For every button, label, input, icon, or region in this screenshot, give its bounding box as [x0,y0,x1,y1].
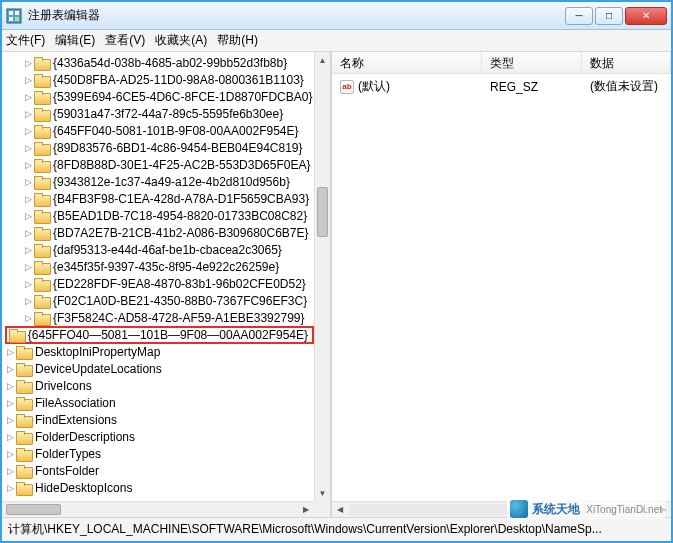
tree-item[interactable]: ▷{F3F5824C-AD58-4728-AF59-A1EBE3392799} [4,309,314,326]
titlebar: 注册表编辑器 ─ □ ✕ [2,2,671,30]
column-data[interactable]: 数据 [582,52,671,73]
tree-item[interactable]: ▷HideDesktopIcons [4,479,314,496]
statusbar: 计算机\HKEY_LOCAL_MACHINE\SOFTWARE\Microsof… [2,517,671,541]
tree-expander-icon[interactable]: ▷ [22,313,34,323]
menu-file[interactable]: 文件(F) [6,32,45,49]
registry-tree[interactable]: ▷{4336a54d-038b-4685-ab02-99bb52d3fb8b}▷… [2,52,314,498]
menu-favorites[interactable]: 收藏夹(A) [155,32,207,49]
tree-item-label: FolderTypes [35,447,101,461]
tree-expander-icon[interactable]: ▷ [22,262,34,272]
menu-help[interactable]: 帮助(H) [217,32,258,49]
tree-item-label: DesktopIniPropertyMap [35,345,160,359]
folder-icon [34,142,49,154]
folder-icon [16,482,31,494]
scroll-left-icon[interactable]: ◀ [332,502,348,517]
tree-expander-icon[interactable]: ▷ [22,228,34,238]
tree-expander-icon[interactable]: ▷ [4,381,16,391]
tree-item[interactable]: ▷{BD7A2E7B-21CB-41b2-A086-B309680C6B7E} [4,224,314,241]
tree-expander-icon[interactable]: ▷ [22,296,34,306]
tree-item[interactable]: ▷DeviceUpdateLocations [4,360,314,377]
tree-scrollbar-vertical[interactable]: ▲ ▼ [314,52,330,501]
tree-item[interactable]: ▷{ED228FDF-9EA8-4870-83b1-96b02CFE0D52} [4,275,314,292]
tree-item[interactable]: {645FFO40—5081—101B—9F08—00AA002F954E} [4,326,314,343]
scroll-corner [314,501,330,517]
tree-item[interactable]: ▷{4336a54d-038b-4685-ab02-99bb52d3fb8b} [4,54,314,71]
tree-item-label: {ED228FDF-9EA8-4870-83b1-96b02CFE0D52} [53,277,306,291]
tree-item[interactable]: ▷{450D8FBA-AD25-11D0-98A8-0800361B1103} [4,71,314,88]
column-name[interactable]: 名称 [332,52,482,73]
tree-expander-icon[interactable]: ▷ [4,347,16,357]
scroll-thumb-horizontal[interactable] [6,504,61,515]
menu-edit[interactable]: 编辑(E) [55,32,95,49]
tree-scrollbar-horizontal[interactable]: ◀ ▶ [2,501,314,517]
menubar: 文件(F) 编辑(E) 查看(V) 收藏夹(A) 帮助(H) [2,30,671,52]
minimize-button[interactable]: ─ [565,7,593,25]
tree-item-label: DeviceUpdateLocations [35,362,162,376]
tree-expander-icon[interactable]: ▷ [22,75,34,85]
maximize-button[interactable]: □ [595,7,623,25]
tree-item-label: {B4FB3F98-C1EA-428d-A78A-D1F5659CBA93} [53,192,309,206]
tree-expander-icon[interactable]: ▷ [22,126,34,136]
folder-icon [16,465,31,477]
tree-item[interactable]: ▷{e345f35f-9397-435c-8f95-4e922c26259e} [4,258,314,275]
tree-item[interactable]: ▷{5399E694-6CE5-4D6C-8FCE-1D8870FDCBA0} [4,88,314,105]
value-data: (数值未设置) [582,76,671,97]
tree-item-label: FindExtensions [35,413,117,427]
tree-item[interactable]: ▷{8FD8B88D-30E1-4F25-AC2B-553D3D65F0EA} [4,156,314,173]
tree-item[interactable]: ▷FolderDescriptions [4,428,314,445]
tree-expander-icon[interactable]: ▷ [22,109,34,119]
tree-expander-icon[interactable]: ▷ [22,194,34,204]
watermark-text-cn: 系统天地 [532,501,580,518]
tree-expander-icon[interactable]: ▷ [22,58,34,68]
folder-icon [34,74,49,86]
list-body[interactable]: ab(默认)REG_SZ(数值未设置) [332,74,671,99]
scroll-up-icon[interactable]: ▲ [315,52,330,68]
tree-item[interactable]: ▷FindExtensions [4,411,314,428]
status-path: 计算机\HKEY_LOCAL_MACHINE\SOFTWARE\Microsof… [8,521,602,538]
folder-icon [34,159,49,171]
scroll-thumb-vertical[interactable] [317,187,328,237]
tree-expander-icon[interactable]: ▷ [22,143,34,153]
tree-expander-icon[interactable]: ▷ [22,92,34,102]
tree-item-label: {645FFO40—5081—101B—9F08—00AA002F954E} [28,328,308,342]
tree-item[interactable]: ▷FontsFolder [4,462,314,479]
tree-expander-icon[interactable]: ▷ [22,245,34,255]
tree-item[interactable]: ▷{59031a47-3f72-44a7-89c5-5595fe6b30ee} [4,105,314,122]
menu-view[interactable]: 查看(V) [105,32,145,49]
folder-icon [34,125,49,137]
column-type[interactable]: 类型 [482,52,582,73]
tree-item[interactable]: ▷DesktopIniPropertyMap [4,343,314,360]
tree-expander-icon[interactable]: ▷ [4,364,16,374]
folder-icon [16,431,31,443]
folder-icon [16,414,31,426]
watermark: 系统天地 XiTongTianDi.net [507,499,665,519]
tree-item[interactable]: ▷DriveIcons [4,377,314,394]
tree-expander-icon[interactable]: ▷ [4,483,16,493]
tree-expander-icon[interactable]: ▷ [4,449,16,459]
content-area: ▷{4336a54d-038b-4685-ab02-99bb52d3fb8b}▷… [2,52,671,517]
tree-item[interactable]: ▷{89D83576-6BD1-4c86-9454-BEB04E94C819} [4,139,314,156]
tree-expander-icon[interactable]: ▷ [4,415,16,425]
tree-item[interactable]: ▷{F02C1A0D-BE21-4350-88B0-7367FC96EF3C} [4,292,314,309]
folder-icon [16,380,31,392]
watermark-text-en: XiTongTianDi.net [586,504,662,515]
tree-expander-icon[interactable]: ▷ [4,432,16,442]
tree-expander-icon[interactable]: ▷ [22,177,34,187]
tree-expander-icon[interactable]: ▷ [4,398,16,408]
tree-expander-icon[interactable]: ▷ [22,211,34,221]
scroll-down-icon[interactable]: ▼ [315,485,330,501]
tree-item[interactable]: ▷FolderTypes [4,445,314,462]
tree-expander-icon[interactable]: ▷ [22,160,34,170]
folder-icon [34,176,49,188]
tree-item[interactable]: ▷{B5EAD1DB-7C18-4954-8820-01733BC08C82} [4,207,314,224]
close-button[interactable]: ✕ [625,7,667,25]
list-row[interactable]: ab(默认)REG_SZ(数值未设置) [332,74,671,99]
tree-item[interactable]: ▷{daf95313-e44d-46af-be1b-cbacea2c3065} [4,241,314,258]
scroll-right-icon[interactable]: ▶ [298,502,314,517]
tree-item[interactable]: ▷{9343812e-1c37-4a49-a12e-4b2d810d956b} [4,173,314,190]
tree-expander-icon[interactable]: ▷ [22,279,34,289]
tree-item[interactable]: ▷{B4FB3F98-C1EA-428d-A78A-D1F5659CBA93} [4,190,314,207]
tree-item[interactable]: ▷FileAssociation [4,394,314,411]
tree-item[interactable]: ▷{645FF040-5081-101B-9F08-00AA002F954E} [4,122,314,139]
tree-expander-icon[interactable]: ▷ [4,466,16,476]
